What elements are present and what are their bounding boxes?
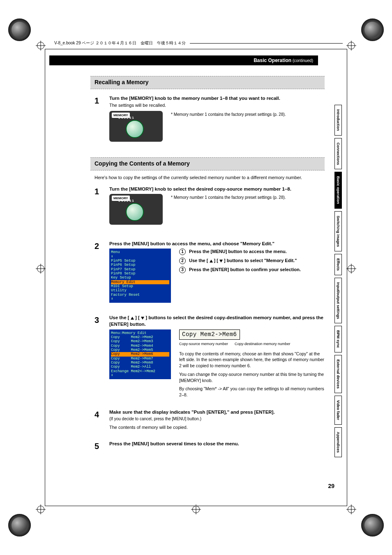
knob-ticks: 3 4 5 2 6 1 — [118, 116, 134, 120]
arrow-up-icon — [210, 260, 213, 263]
step-number: 1 — [95, 95, 104, 142]
corner-ornament — [8, 18, 31, 41]
substep-text: Use the [ ] [ ] buttons to select "Memor… — [189, 258, 297, 264]
section-heading-recall: Recalling a Memory — [90, 76, 325, 89]
arrow-down-icon — [141, 317, 144, 320]
lcd-caption-source: Copy-source memory number — [179, 341, 228, 347]
side-tab[interactable]: Basic operation — [334, 172, 342, 209]
registration-mark — [37, 265, 44, 272]
step-number: 2 — [95, 240, 104, 303]
side-tab[interactable]: Appendices — [334, 427, 342, 457]
recall-step-1: 1 Turn the [MEMORY] knob to the memory n… — [95, 95, 325, 142]
arrow-down-icon — [219, 260, 223, 263]
side-tab[interactable]: Input/output settings — [334, 278, 342, 323]
registration-mark — [37, 506, 44, 513]
chapter-title: Basic Operation — [254, 58, 291, 63]
section-heading-copy: Copying the Contents of a Memory — [90, 157, 325, 170]
book-header-text: V-8_e.book 29 ページ ２０１０年４月１６日 金曜日 午後５時１４分 — [54, 40, 186, 46]
copy-para-1: To copy the contents of memory, choose a… — [179, 351, 325, 369]
side-tab[interactable]: Connections — [334, 138, 342, 170]
registration-mark — [37, 42, 44, 49]
step-subtext: The settings will be recalled. — [109, 102, 325, 108]
factory-preset-note: * Memory number 1 contains the factory p… — [171, 112, 286, 117]
page-content: Recalling a Memory 1 Turn the [MEMORY] k… — [95, 76, 325, 456]
registration-mark — [348, 265, 355, 272]
lcd-display: Copy Mem2->Mem6 — [179, 329, 240, 340]
registration-mark — [348, 506, 355, 513]
registration-mark — [192, 506, 200, 513]
side-tab[interactable]: External devices — [334, 355, 342, 393]
copy-step-1: 1 Turn the [MEMORY] knob to select the d… — [95, 186, 325, 225]
corner-ornament — [361, 514, 384, 537]
substep-text: Press the [MENU] button to access the me… — [189, 249, 287, 255]
step-instruction: Press the [MENU] button several times to… — [109, 440, 325, 447]
page-number: 29 — [328, 483, 334, 489]
copy-intro: Here's how to copy the settings of the c… — [95, 175, 325, 181]
chapter-header: Basic Operation (continued) — [49, 55, 318, 65]
factory-preset-note: * Memory number 1 contains the factory p… — [171, 195, 286, 200]
step-instruction: Press the [MENU] button to access the me… — [109, 240, 325, 247]
registration-mark — [348, 42, 355, 49]
corner-ornament — [8, 514, 31, 537]
side-tab[interactable]: Switching images — [334, 211, 342, 251]
step-subtext: The contents of memory will be copied. — [109, 424, 325, 431]
lcd-caption: Copy-source memory number Copy-destinati… — [179, 341, 325, 347]
lcd-caption-dest: Copy-destination memory number — [235, 341, 291, 347]
memory-edit-screen-figure: Menu:Memory EditCopy Mem2->Mem2Copy Mem2… — [109, 329, 171, 380]
book-running-head: V-8_e.book 29 ページ ２０１０年４月１６日 金曜日 午後５時１４分 — [54, 40, 343, 46]
side-tab[interactable]: Introduction — [334, 105, 342, 136]
step-number: 4 — [95, 409, 104, 433]
side-tab[interactable]: Video fader — [334, 396, 342, 425]
step-number: 1 — [95, 186, 104, 225]
step-instruction: Use the [ ] [ ] buttons to select the de… — [109, 314, 325, 327]
copy-step-5: 5 Press the [MENU] button several times … — [95, 440, 325, 452]
copy-step-2: 2 Press the [MENU] button to access the … — [95, 240, 325, 303]
side-tab[interactable]: BPM sync — [334, 326, 342, 352]
sub-steps: 1Press the [MENU] button to access the m… — [179, 249, 325, 276]
step-instruction: Make sure that the display indicates "Pu… — [109, 409, 325, 415]
step-subtext: (If you decide to cancel, press the [MEN… — [109, 416, 325, 422]
step-instruction: Turn the [MEMORY] knob to select the des… — [109, 186, 325, 192]
corner-ornament — [361, 18, 384, 41]
step-number: 3 — [95, 314, 104, 400]
step-number: 5 — [95, 440, 104, 452]
knob-dial-icon — [126, 203, 144, 221]
circle-number-icon: 3 — [179, 267, 186, 273]
side-tab[interactable]: Effects — [334, 254, 342, 275]
copy-step-3: 3 Use the [ ] [ ] buttons to select the … — [95, 314, 325, 400]
menu-screen-figure: Menu⬆PinP5 SetupPinP6 SetupPinP7 SetupPi… — [109, 249, 171, 303]
circle-number-icon: 1 — [179, 249, 186, 255]
side-nav-tabs: IntroductionConnectionsBasic operationSw… — [334, 105, 342, 457]
copy-step-4: 4 Make sure that the display indicates "… — [95, 409, 325, 433]
knob-dial-icon — [126, 120, 144, 138]
arrow-up-icon — [131, 317, 134, 320]
memory-knob-figure: MEMORY 3 4 5 2 6 1 — [109, 194, 163, 225]
memory-knob-figure: MEMORY 3 4 5 2 6 1 — [109, 111, 163, 142]
knob-ticks: 3 4 5 2 6 1 — [118, 199, 134, 203]
substep-text: Press the [ENTER] button to confirm your… — [189, 267, 301, 273]
step-instruction: Turn the [MEMORY] knob to the memory num… — [109, 95, 325, 101]
circle-number-icon: 2 — [179, 258, 186, 264]
copy-para-3: By choosing "Mem* -> All" you can copy t… — [179, 386, 325, 398]
chapter-continued: (continued) — [291, 58, 313, 63]
copy-para-2: You can change the copy-source memory nu… — [179, 371, 325, 383]
